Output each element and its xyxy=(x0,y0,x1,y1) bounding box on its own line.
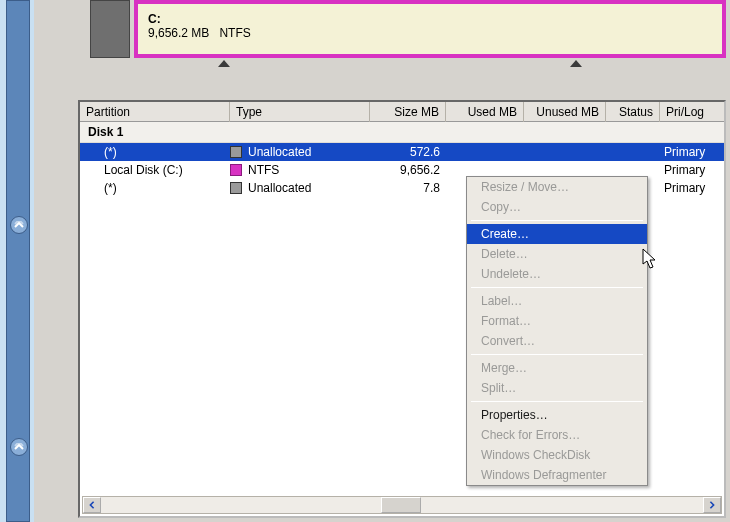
menu-item-delete: Delete… xyxy=(467,244,647,264)
col-type[interactable]: Type xyxy=(230,102,370,122)
chevron-left-icon xyxy=(88,501,96,509)
cell-prilog: Primary xyxy=(660,145,716,159)
triangle-up-icon xyxy=(570,60,582,67)
menu-item-convert: Convert… xyxy=(467,331,647,351)
partition-map: C: 9,656.2 MB NTFS xyxy=(78,0,726,75)
menu-item-undelete: Undelete… xyxy=(467,264,647,284)
type-color-icon xyxy=(230,182,242,194)
menu-item-format: Format… xyxy=(467,311,647,331)
table-header-row: Partition Type Size MB Used MB Unused MB… xyxy=(80,102,724,122)
cell-type: NTFS xyxy=(230,163,370,177)
triangle-up-icon xyxy=(218,60,230,67)
chevron-right-icon xyxy=(708,501,716,509)
menu-item-check-for-errors: Check for Errors… xyxy=(467,425,647,445)
scroll-right-button[interactable] xyxy=(703,497,721,513)
menu-item-properties[interactable]: Properties… xyxy=(467,405,647,425)
col-prilog[interactable]: Pri/Log xyxy=(660,102,716,122)
partition-swatch xyxy=(90,0,130,58)
col-size[interactable]: Size MB xyxy=(370,102,446,122)
scroll-left-button[interactable] xyxy=(83,497,101,513)
col-partition[interactable]: Partition xyxy=(80,102,230,122)
type-color-icon xyxy=(230,146,242,158)
chevron-up-2[interactable] xyxy=(10,438,28,456)
menu-separator xyxy=(471,220,643,221)
chevron-up-1[interactable] xyxy=(10,216,28,234)
cell-partition: Local Disk (C:) xyxy=(80,163,230,177)
partition-bar-detail: 9,656.2 MB NTFS xyxy=(148,26,712,40)
cell-prilog: Primary xyxy=(660,181,716,195)
col-used[interactable]: Used MB xyxy=(446,102,524,122)
menu-item-copy: Copy… xyxy=(467,197,647,217)
horizontal-scrollbar[interactable] xyxy=(82,496,722,514)
cell-partition: (*) xyxy=(80,145,230,159)
cell-type: Unallocated xyxy=(230,145,370,159)
menu-item-label: Label… xyxy=(467,291,647,311)
cell-partition: (*) xyxy=(80,181,230,195)
menu-item-windows-defragmenter: Windows Defragmenter xyxy=(467,465,647,485)
context-menu: Resize / Move…Copy…Create…Delete…Undelet… xyxy=(466,176,648,486)
cell-size: 9,656.2 xyxy=(370,163,446,177)
scroll-thumb[interactable] xyxy=(381,497,421,513)
table-row[interactable]: (*)Unallocated572.6Primary xyxy=(80,143,724,161)
partition-bar-label: C: xyxy=(148,12,712,26)
menu-item-windows-checkdisk: Windows CheckDisk xyxy=(467,445,647,465)
partition-markers xyxy=(78,60,726,72)
type-color-icon xyxy=(230,164,242,176)
cell-type: Unallocated xyxy=(230,181,370,195)
partition-bar-c[interactable]: C: 9,656.2 MB NTFS xyxy=(134,0,726,58)
chevron-up-icon xyxy=(14,443,24,451)
cell-size: 7.8 xyxy=(370,181,446,195)
disk-group-label[interactable]: Disk 1 xyxy=(80,122,724,143)
col-unused[interactable]: Unused MB xyxy=(524,102,606,122)
cell-size: 572.6 xyxy=(370,145,446,159)
cell-prilog: Primary xyxy=(660,163,716,177)
menu-item-split: Split… xyxy=(467,378,647,398)
menu-separator xyxy=(471,287,643,288)
menu-separator xyxy=(471,401,643,402)
menu-item-create[interactable]: Create… xyxy=(467,224,647,244)
col-status[interactable]: Status xyxy=(606,102,660,122)
menu-item-merge: Merge… xyxy=(467,358,647,378)
scroll-track[interactable] xyxy=(101,497,703,513)
menu-item-resize-move: Resize / Move… xyxy=(467,177,647,197)
chevron-up-icon xyxy=(14,221,24,229)
menu-separator xyxy=(471,354,643,355)
